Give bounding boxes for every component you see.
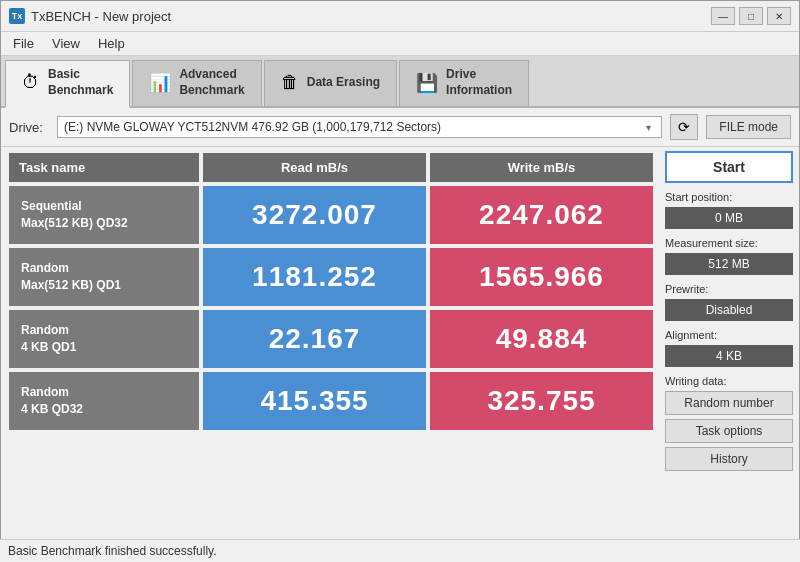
table-row: Random 4 KB QD122.16749.884 xyxy=(9,310,653,368)
status-bar: Basic Benchmark finished successfully. xyxy=(0,539,800,562)
col-header-read: Read mB/s xyxy=(203,153,426,182)
menu-view[interactable]: View xyxy=(44,34,88,53)
erase-tab-label: Data Erasing xyxy=(307,75,380,91)
basic-tab-icon: ⏱ xyxy=(22,72,40,93)
measurement-size-value: 512 MB xyxy=(665,253,793,275)
col-header-task: Task name xyxy=(9,153,199,182)
basic-tab-label: Basic Benchmark xyxy=(48,67,113,98)
prewrite-label: Prewrite: xyxy=(665,283,793,295)
close-button[interactable]: ✕ xyxy=(767,7,791,25)
toolbar: ⏱Basic Benchmark📊Advanced Benchmark🗑Data… xyxy=(1,56,799,108)
drive-select-text: (E:) NVMe GLOWAY YCT512NVM 476.92 GB (1,… xyxy=(64,120,642,134)
window-title: TxBENCH - New project xyxy=(31,9,171,24)
table-header: Task name Read mB/s Write mB/s xyxy=(9,153,653,182)
task-name-cell-0: Sequential Max(512 KB) QD32 xyxy=(9,186,199,244)
refresh-button[interactable]: ⟳ xyxy=(670,114,698,140)
col-header-write: Write mB/s xyxy=(430,153,653,182)
drive-tab-icon: 💾 xyxy=(416,72,438,94)
chevron-down-icon: ▾ xyxy=(642,122,655,133)
writing-data-value[interactable]: Random number xyxy=(665,391,793,415)
status-text: Basic Benchmark finished successfully. xyxy=(8,544,217,558)
menu-file[interactable]: File xyxy=(5,34,42,53)
write-value-0: 2247.062 xyxy=(430,186,653,244)
title-bar: Tx TxBENCH - New project — □ ✕ xyxy=(1,1,799,32)
read-value-2: 22.167 xyxy=(203,310,426,368)
start-position-value: 0 MB xyxy=(665,207,793,229)
read-value-0: 3272.007 xyxy=(203,186,426,244)
start-position-label: Start position: xyxy=(665,191,793,203)
table-row: Sequential Max(512 KB) QD323272.0072247.… xyxy=(9,186,653,244)
drive-select[interactable]: (E:) NVMe GLOWAY YCT512NVM 476.92 GB (1,… xyxy=(57,116,662,138)
tab-basic[interactable]: ⏱Basic Benchmark xyxy=(5,60,130,108)
table-row: Random 4 KB QD32415.355325.755 xyxy=(9,372,653,430)
read-value-1: 1181.252 xyxy=(203,248,426,306)
maximize-button[interactable]: □ xyxy=(739,7,763,25)
refresh-icon: ⟳ xyxy=(678,119,690,135)
tab-drive[interactable]: 💾Drive Information xyxy=(399,60,529,106)
alignment-label: Alignment: xyxy=(665,329,793,341)
write-value-2: 49.884 xyxy=(430,310,653,368)
drive-row: Drive: (E:) NVMe GLOWAY YCT512NVM 476.92… xyxy=(1,108,799,147)
results-area: Task name Read mB/s Write mB/s Sequentia… xyxy=(1,147,659,539)
erase-tab-icon: 🗑 xyxy=(281,72,299,93)
read-value-3: 415.355 xyxy=(203,372,426,430)
prewrite-value: Disabled xyxy=(665,299,793,321)
menu-bar: File View Help xyxy=(1,32,799,56)
history-button[interactable]: History xyxy=(665,447,793,471)
advanced-tab-label: Advanced Benchmark xyxy=(179,67,244,98)
write-value-1: 1565.966 xyxy=(430,248,653,306)
write-value-3: 325.755 xyxy=(430,372,653,430)
writing-data-label: Writing data: xyxy=(665,375,793,387)
app-icon: Tx xyxy=(9,8,25,24)
menu-help[interactable]: Help xyxy=(90,34,133,53)
advanced-tab-icon: 📊 xyxy=(149,72,171,94)
task-name-cell-2: Random 4 KB QD1 xyxy=(9,310,199,368)
table-row: Random Max(512 KB) QD11181.2521565.966 xyxy=(9,248,653,306)
alignment-value: 4 KB xyxy=(665,345,793,367)
tab-erase[interactable]: 🗑Data Erasing xyxy=(264,60,397,106)
task-options-button[interactable]: Task options xyxy=(665,419,793,443)
window-controls: — □ ✕ xyxy=(711,7,791,25)
main-content: Task name Read mB/s Write mB/s Sequentia… xyxy=(1,147,799,539)
measurement-size-label: Measurement size: xyxy=(665,237,793,249)
title-bar-left: Tx TxBENCH - New project xyxy=(9,8,171,24)
drive-tab-label: Drive Information xyxy=(446,67,512,98)
minimize-button[interactable]: — xyxy=(711,7,735,25)
results-rows: Sequential Max(512 KB) QD323272.0072247.… xyxy=(9,186,653,430)
task-name-cell-1: Random Max(512 KB) QD1 xyxy=(9,248,199,306)
tab-advanced[interactable]: 📊Advanced Benchmark xyxy=(132,60,261,106)
task-name-cell-3: Random 4 KB QD32 xyxy=(9,372,199,430)
start-button[interactable]: Start xyxy=(665,151,793,183)
drive-label: Drive: xyxy=(9,120,49,135)
right-panel: Start Start position: 0 MB Measurement s… xyxy=(659,147,799,539)
file-mode-button[interactable]: FILE mode xyxy=(706,115,791,139)
